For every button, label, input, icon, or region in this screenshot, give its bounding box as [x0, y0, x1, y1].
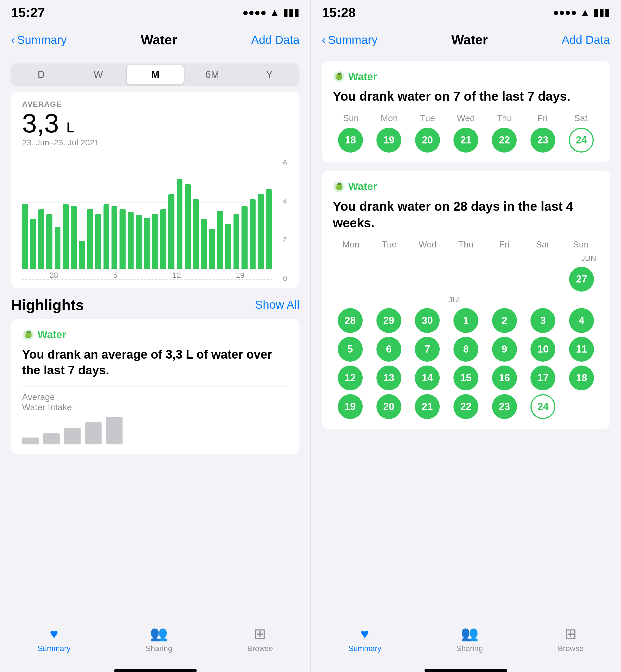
- cal1-cell-23: 23: [525, 128, 560, 152]
- cal2-cell-18: 18: [564, 365, 599, 390]
- cal2-day-28: 28: [338, 308, 363, 333]
- cal1-day-23: 23: [531, 128, 555, 152]
- chart-bar: [55, 227, 60, 268]
- chart-bar: [63, 204, 69, 269]
- highlight-card: 🍏 Water You drank an average of 3,3 L of…: [11, 319, 299, 454]
- cal2-day-21: 21: [415, 394, 440, 419]
- right-panel: 15:28 ●●●● ▲ ▮▮▮ ‹ Summary Water Add Dat…: [310, 0, 621, 672]
- jul-spacer: [333, 296, 445, 304]
- chart-area: 6 4 2 0: [22, 153, 288, 280]
- cal2-cell-7: 7: [410, 337, 445, 362]
- segment-y[interactable]: Y: [241, 65, 298, 84]
- insight2-water-text: Water: [348, 181, 377, 192]
- right-tab-browse[interactable]: ⊞ Browse: [558, 625, 583, 653]
- tab-sharing-label: Sharing: [146, 644, 172, 653]
- x-label: 19: [236, 271, 244, 280]
- cal2-day-fri: Fri: [486, 239, 522, 250]
- chart-bar: [177, 179, 182, 269]
- tab-sharing[interactable]: 👥 Sharing: [146, 625, 172, 653]
- tab-browse[interactable]: ⊞ Browse: [247, 625, 273, 653]
- highlights-header: Highlights Show All: [11, 296, 299, 313]
- segment-m[interactable]: M: [127, 65, 184, 84]
- chart-bar: [184, 184, 191, 269]
- svg-text:🍏: 🍏: [335, 182, 343, 190]
- right-status-bar: 15:28 ●●●● ▲ ▮▮▮: [311, 0, 621, 25]
- cal2-day-3: 3: [531, 308, 555, 333]
- segment-6m[interactable]: 6M: [184, 65, 241, 84]
- cal2-cell-11: 11: [564, 337, 599, 362]
- cal2-day-14: 14: [415, 365, 440, 390]
- cal1-day-tue: Tue: [410, 113, 446, 123]
- left-tab-bar: ♥ Summary 👥 Sharing ⊞ Browse: [0, 617, 310, 667]
- cal2-day-9: 9: [492, 337, 517, 362]
- insight-card-7days: 🍏 Water You drank water on 7 of the last…: [322, 61, 610, 163]
- left-chevron-icon: ‹: [11, 33, 15, 47]
- right-tab-summary-label: Summary: [348, 644, 381, 653]
- highlights-section: Highlights Show All 🍏 Water You drank an…: [11, 296, 299, 454]
- cal2-day-10: 10: [531, 337, 555, 362]
- cal2-cell-6: 6: [372, 337, 406, 362]
- chart-bar: [242, 206, 247, 269]
- chart-bar: [209, 229, 215, 269]
- cal1-cell-24: 24: [564, 128, 599, 152]
- cal2-cell-13: 13: [372, 365, 406, 390]
- left-back-button[interactable]: ‹ Summary: [11, 33, 67, 47]
- chart-number: 3,3: [22, 108, 59, 138]
- cal1-day-thu: Thu: [486, 113, 522, 123]
- chart-bar: [266, 189, 272, 269]
- cal2-day-sun: Sun: [563, 239, 599, 250]
- right-tab-bar: ♥ Summary 👥 Sharing ⊞ Browse: [311, 617, 621, 667]
- left-add-data-button[interactable]: Add Data: [251, 33, 299, 47]
- cal2-cell-9: 9: [487, 337, 522, 362]
- left-home-indicator: [114, 669, 197, 672]
- segment-d[interactable]: D: [13, 65, 70, 84]
- cal2-empty: [410, 267, 445, 292]
- cal2-day-29: 29: [376, 308, 401, 333]
- cal1-cell-22: 22: [487, 128, 522, 152]
- right-wifi-icon: ▲: [580, 7, 590, 18]
- segment-w[interactable]: W: [70, 65, 127, 84]
- cal1-day-18: 18: [338, 128, 363, 152]
- cal2-day-22: 22: [453, 394, 478, 419]
- chart-bar: [128, 212, 134, 268]
- chart-bar: [168, 194, 174, 269]
- cal2-day-4: 4: [569, 308, 594, 333]
- chart-bar: [104, 204, 109, 269]
- insight1-title: You drank water on 7 of the last 7 days.: [333, 88, 599, 105]
- wifi-icon: ▲: [270, 7, 280, 18]
- cal1-day-sat: Sat: [563, 113, 599, 123]
- right-tab-sharing[interactable]: 👥 Sharing: [456, 625, 483, 653]
- chart-bar: [152, 214, 158, 269]
- cal2-empty: [333, 267, 368, 292]
- left-nav-bar: ‹ Summary Water Add Data: [0, 25, 310, 55]
- right-nav-bar: ‹ Summary Water Add Data: [311, 25, 621, 55]
- right-tab-sharing-label: Sharing: [456, 644, 483, 653]
- x-label: 12: [172, 271, 181, 280]
- signal-icon: ●●●●: [242, 7, 266, 18]
- cal2-cell-28: 28: [333, 308, 368, 333]
- tab-browse-label: Browse: [247, 644, 273, 653]
- cal1-day-fri: Fri: [525, 113, 561, 123]
- cal1-cell-20: 20: [410, 128, 445, 152]
- chart-bar: [225, 224, 231, 269]
- left-nav-title: Water: [141, 32, 177, 47]
- highlight-water-label-text: Water: [38, 329, 66, 341]
- right-back-button[interactable]: ‹ Summary: [322, 33, 378, 47]
- tab-summary[interactable]: ♥ Summary: [38, 625, 71, 653]
- show-all-button[interactable]: Show All: [255, 298, 299, 311]
- cal2-day-16: 16: [492, 365, 517, 390]
- right-add-data-button[interactable]: Add Data: [562, 33, 610, 47]
- jun-spacer: [333, 254, 560, 263]
- left-status-icons: ●●●● ▲ ▮▮▮: [242, 7, 299, 18]
- insight1-water-text: Water: [348, 71, 377, 83]
- chart-bar: [87, 209, 93, 269]
- right-tab-summary[interactable]: ♥ Summary: [348, 625, 381, 653]
- chart-bar: [217, 211, 223, 269]
- heart-icon: ♥: [50, 625, 58, 642]
- cal2-cell-17: 17: [526, 365, 561, 390]
- chart-bar: [30, 219, 36, 269]
- svg-text:🍏: 🍏: [335, 72, 343, 80]
- insight2-apple-icon: 🍏: [333, 181, 345, 193]
- cal2-day-tue: Tue: [371, 239, 407, 250]
- cal2-day-mon: Mon: [333, 239, 369, 250]
